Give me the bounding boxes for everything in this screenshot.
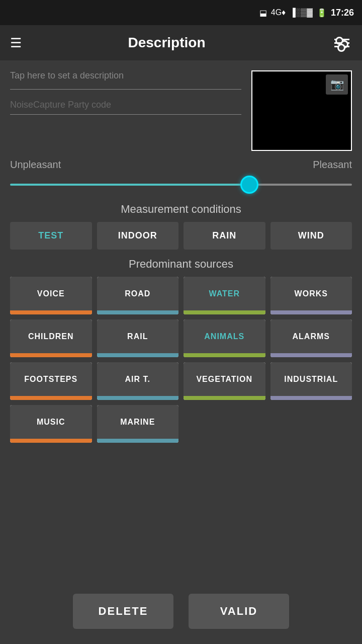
source-label-road: ROAD xyxy=(97,277,179,310)
source-btn-alarms[interactable]: ALARMS xyxy=(270,319,352,357)
condition-btn-test[interactable]: TEST xyxy=(10,222,92,250)
source-label-footsteps: FOOTSTEPS xyxy=(10,362,92,396)
source-btn-voice[interactable]: VOICE xyxy=(10,277,92,314)
source-bar-alarms xyxy=(270,353,352,357)
settings-bar-3 xyxy=(334,46,349,47)
camera-add-button[interactable]: 📷 xyxy=(326,74,348,95)
slider-right-label: Pleasant xyxy=(313,159,352,171)
delete-button[interactable]: DELETE xyxy=(73,594,173,629)
camera-add-icon: 📷 xyxy=(330,78,344,91)
source-label-air-t: AIR T. xyxy=(97,362,179,396)
source-label-children: CHILDREN xyxy=(10,319,92,353)
mood-slider[interactable] xyxy=(10,175,352,195)
source-label-voice: VOICE xyxy=(10,277,92,310)
source-btn-industrial[interactable]: INDUSTRIAL xyxy=(270,362,352,400)
source-bar-water xyxy=(184,310,265,314)
status-bar: ⬓ 4G♦ ▐░▒▓ 🔋 17:26 xyxy=(0,0,362,25)
top-bar: ☰ Description xyxy=(0,25,362,60)
source-btn-children[interactable]: CHILDREN xyxy=(10,319,92,357)
source-label-music: MUSIC xyxy=(10,405,92,439)
source-label-vegetation: VEGETATION xyxy=(184,362,265,396)
source-bar-works xyxy=(270,310,352,314)
source-btn-animals[interactable]: ANIMALS xyxy=(184,319,265,357)
sources-grid: VOICE ROAD WATER WORKS CHILDREN RAIL xyxy=(10,277,352,443)
source-label-rail: RAIL xyxy=(97,319,179,353)
source-bar-voice xyxy=(10,310,92,314)
settings-icon[interactable] xyxy=(332,33,352,53)
description-row: Tap here to set a description NoiseCaptu… xyxy=(10,70,352,151)
source-bar-industrial xyxy=(270,396,352,400)
network-icon: 4G♦ xyxy=(271,8,286,17)
party-code-field[interactable]: NoiseCapture Party code xyxy=(10,100,241,115)
source-bar-footsteps xyxy=(10,396,92,400)
bluetooth-icon: ⬓ xyxy=(259,8,267,18)
source-label-works: WORKS xyxy=(270,277,352,310)
source-bar-vegetation xyxy=(184,396,265,400)
mood-slider-section: Unpleasant Pleasant xyxy=(10,159,352,195)
source-label-animals: ANIMALS xyxy=(184,319,265,353)
source-bar-air-t xyxy=(97,396,179,400)
source-btn-road[interactable]: ROAD xyxy=(97,277,179,314)
source-btn-music[interactable]: MUSIC xyxy=(10,405,92,443)
source-btn-rail[interactable]: RAIL xyxy=(97,319,179,357)
source-btn-air-t[interactable]: AIR T. xyxy=(97,362,179,400)
camera-preview-box: 📷 xyxy=(251,70,352,151)
source-bar-children xyxy=(10,353,92,357)
predominant-sources-title: Predominant sources xyxy=(10,258,352,271)
condition-btn-indoor[interactable]: INDOOR xyxy=(97,222,179,250)
settings-bar-2 xyxy=(334,42,349,44)
slider-left-label: Unpleasant xyxy=(10,159,61,171)
valid-button[interactable]: VALID xyxy=(189,594,289,629)
source-label-water: WATER xyxy=(184,277,265,310)
page-title: Description xyxy=(2,35,332,51)
source-bar-marine xyxy=(97,439,179,443)
condition-btn-rain[interactable]: RAIN xyxy=(184,222,265,250)
bottom-buttons: DELETE VALID xyxy=(0,594,362,629)
source-btn-marine[interactable]: MARINE xyxy=(97,405,179,443)
source-label-alarms: ALARMS xyxy=(270,319,352,353)
condition-btn-wind[interactable]: WIND xyxy=(270,222,352,250)
description-placeholder[interactable]: Tap here to set a description xyxy=(10,70,241,85)
source-bar-animals xyxy=(184,353,265,357)
status-icons: ⬓ 4G♦ ▐░▒▓ 🔋 17:26 xyxy=(259,8,354,18)
source-btn-vegetation[interactable]: VEGETATION xyxy=(184,362,265,400)
slider-track xyxy=(10,184,352,186)
source-bar-rail xyxy=(97,353,179,357)
description-underline xyxy=(10,89,241,90)
conditions-row: TEST INDOOR RAIN WIND xyxy=(10,222,352,250)
source-bar-road xyxy=(97,310,179,314)
source-btn-works[interactable]: WORKS xyxy=(270,277,352,314)
description-text-area: Tap here to set a description NoiseCaptu… xyxy=(10,70,241,115)
source-label-industrial: INDUSTRIAL xyxy=(270,362,352,396)
settings-bar-1 xyxy=(334,39,349,40)
source-bar-music xyxy=(10,439,92,443)
main-content: Tap here to set a description NoiseCaptu… xyxy=(0,60,362,443)
source-label-marine: MARINE xyxy=(97,405,179,439)
slider-labels: Unpleasant Pleasant xyxy=(10,159,352,171)
battery-icon: 🔋 xyxy=(317,8,327,18)
source-btn-water[interactable]: WATER xyxy=(184,277,265,314)
source-btn-footsteps[interactable]: FOOTSTEPS xyxy=(10,362,92,400)
slider-thumb[interactable] xyxy=(240,176,258,194)
measurement-conditions-title: Measurement conditions xyxy=(10,203,352,216)
signal-icon: ▐░▒▓ xyxy=(290,8,313,17)
status-time: 17:26 xyxy=(331,8,354,18)
